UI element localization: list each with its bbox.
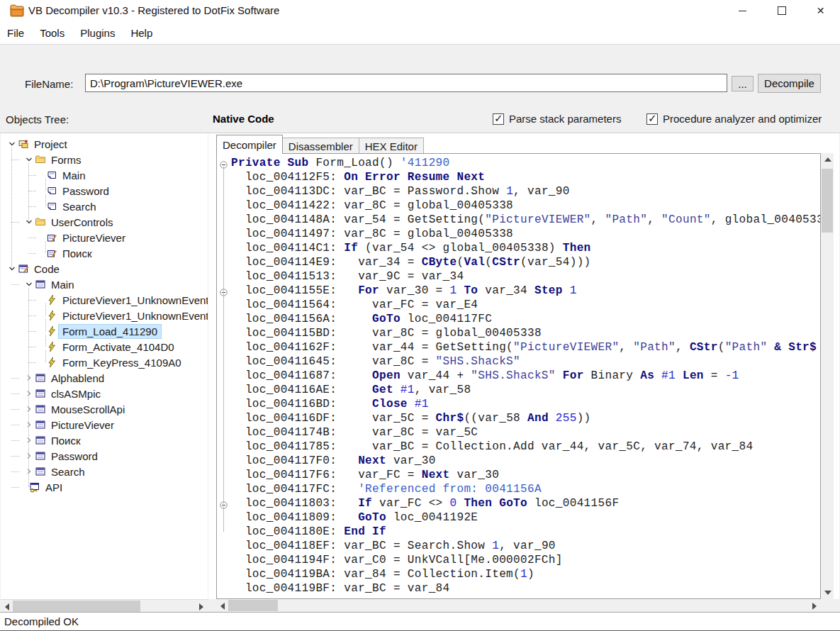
tree-guide-line: [28, 381, 29, 393]
tree-guide-stub: [28, 253, 36, 254]
tree-item-label: Password: [47, 449, 101, 463]
folder-icon: [35, 154, 46, 165]
code-line: loc_004116AE: Get #1, var_58: [217, 383, 820, 397]
scroll-down-icon[interactable]: [824, 591, 831, 595]
tree-item-mousescrollapi[interactable]: MouseScrollApi: [1, 401, 208, 417]
code-line: loc_0041156A: GoTo loc_004117FC: [217, 312, 820, 326]
maximize-button[interactable]: [762, 0, 801, 21]
close-button[interactable]: ✕: [801, 0, 840, 21]
scroll-left-icon[interactable]: [220, 603, 225, 610]
minimize-icon: [739, 11, 746, 11]
code-vertical-scrollbar[interactable]: [821, 153, 834, 599]
tree-guide-line: [11, 147, 12, 269]
event-icon: [46, 325, 57, 337]
tree-guide-line: [45, 319, 46, 331]
vertical-scroll-thumb[interactable]: [822, 169, 833, 233]
tree-item-поиск[interactable]: Поиск: [1, 432, 208, 448]
minimize-button[interactable]: [723, 0, 762, 21]
tree-item-search[interactable]: Search: [1, 464, 208, 479]
filename-input[interactable]: [85, 74, 727, 92]
tree-item-api[interactable]: API: [1, 479, 208, 495]
scroll-up-icon[interactable]: [824, 157, 831, 162]
code-line: loc_0041148A: var_54 = GetSetting("Pictu…: [217, 213, 820, 227]
event-icon: [46, 310, 57, 321]
tree-item-pictureviever[interactable]: PictureViever: [1, 417, 208, 432]
tab-hex-editor[interactable]: HEX Editor: [359, 138, 424, 154]
code-icon: [18, 263, 29, 274]
code-line: loc_0041180E: End If: [217, 525, 820, 539]
tab-disassembler[interactable]: Disassembler: [282, 138, 359, 154]
tree-item-alphablend[interactable]: Alphablend: [1, 370, 208, 386]
tab-decompiler[interactable]: Decompiler: [216, 135, 283, 154]
tree-guide-stub: [11, 160, 19, 160]
tree-item-clsasmpic[interactable]: clsASMpic: [1, 386, 208, 401]
browse-button[interactable]: ...: [732, 76, 754, 91]
tree-guide-stub: [28, 206, 36, 207]
code-scroll-thumb[interactable]: [228, 600, 278, 611]
tree-item-forms[interactable]: Forms: [1, 152, 208, 167]
scroll-left-icon[interactable]: [5, 603, 9, 610]
tree-horizontal-scrollbar[interactable]: [1, 599, 208, 613]
tree-item-usercontrols[interactable]: UserControls: [1, 214, 208, 230]
tree-item-label: UserControls: [47, 216, 117, 229]
chevron-expanded-icon[interactable]: [23, 216, 35, 228]
tree-scroll-thumb[interactable]: [13, 601, 140, 612]
code-line: loc_004119BA: var_84 = Collection.Item(1…: [217, 567, 820, 581]
tree-item-code[interactable]: Code: [1, 261, 208, 277]
tree-item-label: Поиск: [47, 434, 84, 447]
objects-tree-panel[interactable]: ProjectFormsMainPasswordSearchUserContro…: [1, 133, 208, 599]
tree-item-label: Search: [47, 465, 89, 479]
tree-guide-stub: [11, 378, 19, 379]
menu-help[interactable]: Help: [123, 24, 160, 42]
tree-item-main[interactable]: Main: [1, 277, 208, 292]
tree-item-label: Form_KeyPress_4109A0: [59, 356, 185, 369]
window-title: VB Decompiler v10.3 - Registered to DotF…: [28, 4, 279, 16]
maximize-icon: [778, 6, 786, 15]
chevron-collapsed-icon[interactable]: [23, 388, 35, 399]
tree-guide-line: [28, 397, 29, 409]
horizontal-scrollbar-row: [0, 599, 840, 612]
code-line: loc_004116DF: var_5C = Chr$((var_58 And …: [217, 411, 820, 425]
module-icon: [35, 388, 46, 399]
decompiled-code-view[interactable]: Private Sub Form_Load() '411290 loc_0041…: [216, 153, 821, 599]
code-line: loc_0041194F: var_C0 = UnkVCall[Me.00000…: [217, 553, 820, 567]
chevron-collapsed-icon[interactable]: [23, 419, 35, 430]
chevron-collapsed-icon[interactable]: [23, 450, 35, 462]
status-message: Decompiled OK: [4, 615, 79, 627]
code-line: loc_00411687: Open var_44 + "SHS.ShackS"…: [217, 369, 820, 383]
code-line: loc_0041162F: var_44 = GetSetting("Pictu…: [217, 340, 820, 354]
code-line: loc_004117F6: var_FC = Next var_30: [217, 468, 820, 482]
chevron-expanded-icon[interactable]: [23, 279, 35, 290]
code-line: loc_00411809: GoTo loc_0041192E: [217, 510, 820, 525]
code-line: loc_00411513: var_9C = var_34: [217, 269, 820, 284]
procedure-analyzer-checkbox[interactable]: ✓ Procedure analyzer and optimizer: [646, 113, 822, 125]
chevron-collapsed-icon[interactable]: [23, 435, 35, 446]
tree-guide-line: [28, 288, 29, 378]
chevron-expanded-icon[interactable]: [6, 263, 18, 274]
menu-tools[interactable]: Tools: [32, 24, 72, 42]
tree-guide-stub: [28, 316, 36, 316]
code-horizontal-scrollbar[interactable]: [216, 599, 821, 612]
menu-file[interactable]: File: [0, 24, 32, 42]
tree-guide-line: [28, 413, 29, 425]
scroll-right-icon[interactable]: [812, 603, 817, 610]
module-icon: [35, 279, 46, 290]
tree-item-password[interactable]: Password: [1, 448, 208, 464]
chevron-expanded-icon[interactable]: [23, 154, 35, 165]
menu-plugins[interactable]: Plugins: [72, 24, 123, 42]
code-line: loc_004112F5: On Error Resume Next: [217, 170, 820, 184]
event-icon: [46, 341, 57, 352]
code-line: loc_0041155E: For var_30 = 1 To var_34 S…: [217, 284, 820, 298]
parse-stack-parameters-checkbox[interactable]: ✓ Parse stack parameters: [493, 113, 621, 125]
tree-guide-stub: [28, 347, 36, 347]
chevron-collapsed-icon[interactable]: [23, 372, 35, 384]
decompile-button[interactable]: Decompile: [758, 74, 821, 93]
tree-item-project[interactable]: Project: [1, 136, 208, 152]
folder-icon: [35, 216, 46, 228]
tree-guide-stub: [11, 487, 19, 488]
chevron-collapsed-icon[interactable]: [23, 403, 35, 415]
chevron-collapsed-icon[interactable]: [23, 466, 35, 477]
chevron-expanded-icon[interactable]: [6, 138, 18, 150]
scroll-right-icon[interactable]: [199, 603, 203, 610]
vb-decompiler-window: VB Decompiler v10.3 - Registered to DotF…: [0, 0, 840, 631]
